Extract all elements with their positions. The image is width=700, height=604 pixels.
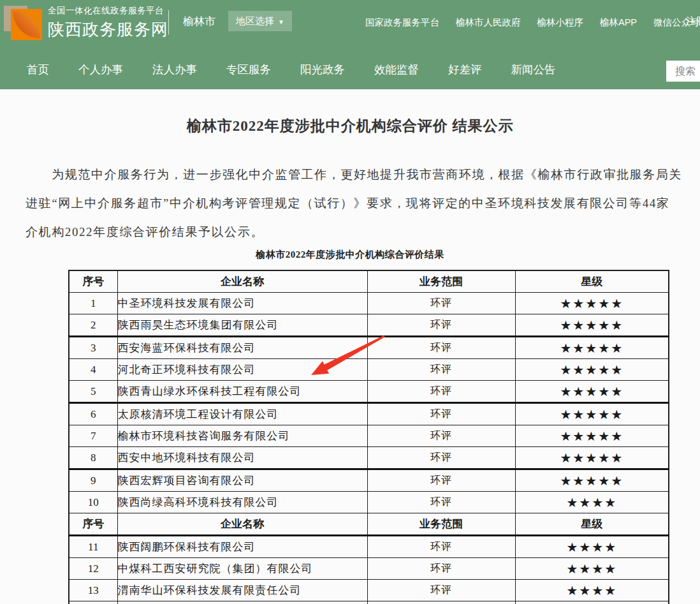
row-number-cell: 10 — [69, 492, 117, 513]
row-number-cell: 2 — [69, 314, 117, 337]
business-scope-cell: 环评 — [367, 580, 515, 601]
company-name-cell: 陕西阔鹏环保科技有限公司 — [117, 536, 367, 558]
top-links: 国家政务服务平台榆林市人民政府榆林小程序榆林APP微信公众号 — [357, 0, 700, 45]
table-row: 12中煤科工西安研究院（集团）有限公司环评★★★★ — [69, 558, 669, 580]
business-scope-cell: 环评 — [367, 381, 515, 403]
empty-cell — [117, 601, 367, 604]
star-rating-cell: ★★★★★ — [515, 469, 669, 492]
region-select-label: 地区选择 — [236, 15, 274, 26]
register-link[interactable]: 注册 — [686, 15, 700, 27]
brand-divider — [168, 10, 169, 34]
row-number-cell: 8 — [69, 447, 117, 469]
row-number-cell: 13 — [69, 580, 117, 601]
company-name-cell: 河北奇正环境科技有限公司 — [117, 359, 367, 381]
top-link[interactable]: 国家政务服务平台 — [357, 17, 448, 29]
star-rating-cell: ★★★★ — [515, 536, 669, 558]
row-number-cell: 3 — [69, 337, 117, 359]
chevron-down-icon: ▼ — [278, 18, 284, 26]
site-name: 陕西政务服务网 — [48, 18, 168, 41]
logo-orange-square — [11, 9, 42, 40]
business-scope-cell: 环评 — [367, 314, 515, 337]
star-rating-cell: ★★★★★ — [515, 293, 669, 314]
business-scope-cell: 环评 — [367, 293, 515, 314]
paragraph-line: 为规范中介服务行为，进一步强化中介监管工作，更好地提升我市营商环境，根据《榆林市… — [26, 160, 700, 189]
business-scope-cell: 环评 — [367, 359, 515, 381]
star-rating-cell: ★★★★★ — [515, 314, 669, 337]
nav-item[interactable]: 效能监督 — [360, 62, 434, 77]
star-rating-cell: ★★★★ — [515, 580, 669, 601]
top-link[interactable]: 榆林市人民政府 — [448, 17, 529, 29]
main-nav: 首页个人办事法人办事专区服务阳光政务效能监督好差评新闻公告 — [0, 50, 700, 89]
column-header: 企业名称 — [117, 270, 367, 293]
article-content: 榆林市2022年度涉批中介机构综合评价 结果公示 为规范中介服务行为，进一步强化… — [0, 89, 700, 604]
row-number-cell: 7 — [69, 425, 117, 447]
paragraph-line: 进驻“网上中介服务超市”中介机构考评管理规定（试行）》要求，现将评定的中圣环境科… — [26, 189, 700, 217]
table-row: 2陕西雨昊生态环境集团有限公司环评★★★★★ — [69, 314, 669, 337]
company-name-cell: 西安中地环境科技有限公司 — [117, 447, 367, 469]
company-name-cell: 陕西雨昊生态环境集团有限公司 — [117, 314, 367, 337]
nav-item[interactable]: 个人办事 — [64, 62, 138, 77]
row-number-cell: 6 — [69, 403, 117, 425]
company-name-cell: 陕西尚绿高科环境科技有限公司 — [117, 492, 367, 513]
business-scope-cell: 环评 — [367, 536, 515, 558]
search-input[interactable] — [674, 65, 700, 78]
company-name-cell: 中煤科工西安研究院（集团）有限公司 — [117, 558, 367, 580]
star-rating-cell: ★★★★★ — [515, 359, 669, 381]
region-select-button[interactable]: 地区选择▼ — [228, 11, 292, 31]
nav-item[interactable]: 阳光政务 — [286, 62, 360, 77]
column-header: 企业名称 — [117, 513, 367, 536]
company-name-cell: 渭南华山环保科技发展有限责任公司 — [117, 580, 367, 601]
table-row: 9陕西宏辉项目咨询有限公司环评★★★★★ — [69, 469, 669, 492]
empty-cell — [367, 601, 515, 604]
table-row: 11陕西阔鹏环保科技有限公司环评★★★★ — [69, 536, 669, 558]
business-scope-cell: 环评 — [367, 425, 515, 447]
business-scope-cell: 环评 — [367, 337, 515, 359]
site-logo-icon — [4, 4, 42, 41]
row-number-cell: 12 — [69, 558, 117, 580]
table-row: 13渭南华山环保科技发展有限责任公司环评★★★★ — [69, 580, 669, 601]
table-header-row: 序号企业名称业务范围星级 — [69, 513, 669, 536]
star-rating-cell: ★★★★ — [515, 492, 669, 513]
star-rating-cell: ★★★★★ — [515, 381, 669, 403]
current-city-label: 榆林市 — [183, 14, 215, 29]
star-rating-cell: ★★★★★ — [515, 447, 669, 469]
nav-item[interactable]: 法人办事 — [138, 62, 212, 77]
company-name-cell: 榆林市环境科技咨询服务有限公司 — [117, 425, 367, 447]
nav-item[interactable]: 好差评 — [434, 62, 497, 77]
evaluation-results-table: 序号企业名称业务范围星级1中圣环境科技发展有限公司环评★★★★★2陕西雨昊生态环… — [68, 270, 669, 604]
row-number-cell: 4 — [69, 359, 117, 381]
table-row: 1中圣环境科技发展有限公司环评★★★★★ — [69, 293, 669, 314]
company-name-cell: 太原核清环境工程设计有限公司 — [117, 403, 367, 425]
column-header: 序号 — [69, 513, 117, 536]
paragraph-line: 介机构2022年度综合评价结果予以公示。 — [26, 217, 700, 246]
announcement-paragraph: 为规范中介服务行为，进一步强化中介监管工作，更好地提升我市营商环境，根据《榆林市… — [0, 160, 700, 246]
row-number-cell: 5 — [69, 381, 117, 403]
company-name-cell: 陕西宏辉项目咨询有限公司 — [117, 469, 367, 492]
site-header: 全国一体化在线政务服务平台 陕西政务服务网 榆林市 地区选择▼ 国家政务服务平台… — [0, 0, 700, 89]
company-name-cell: 西安海蓝环保科技有限公司 — [117, 337, 367, 359]
empty-cell — [69, 601, 117, 604]
row-number-cell: 11 — [69, 536, 117, 558]
column-header: 业务范围 — [367, 270, 515, 293]
column-header: 星级 — [515, 513, 669, 536]
star-rating-cell: ★★★★★ — [515, 337, 669, 359]
platform-tagline: 全国一体化在线政务服务平台 — [48, 5, 168, 17]
star-rating-cell: ★★★★ — [515, 558, 669, 580]
table-caption: 榆林市2022年度涉批中介机构综合评价结果 — [0, 249, 700, 261]
table-row: 7榆林市环境科技咨询服务有限公司环评★★★★★ — [69, 425, 669, 447]
table-row: 10陕西尚绿高科环境科技有限公司环评★★★★ — [69, 492, 669, 513]
brand-text: 全国一体化在线政务服务平台 陕西政务服务网 — [48, 5, 168, 41]
business-scope-cell: 环评 — [367, 558, 515, 580]
table-row: 5陕西青山绿水环保科技工程有限公司环评★★★★★ — [69, 381, 669, 403]
table-row: 8西安中地环境科技有限公司环评★★★★★ — [69, 447, 669, 469]
nav-item[interactable]: 专区服务 — [212, 62, 286, 77]
nav-item[interactable]: 首页 — [0, 62, 64, 77]
star-rating-cell: ★★★★★ — [515, 403, 669, 425]
business-scope-cell: 环评 — [367, 447, 515, 469]
top-link[interactable]: 榆林小程序 — [529, 17, 592, 29]
nav-item[interactable]: 新闻公告 — [497, 62, 571, 77]
search-box[interactable] — [666, 61, 700, 82]
top-link[interactable]: 榆林APP — [592, 17, 645, 29]
business-scope-cell: 环评 — [367, 403, 515, 425]
business-scope-cell: 环评 — [367, 492, 515, 513]
